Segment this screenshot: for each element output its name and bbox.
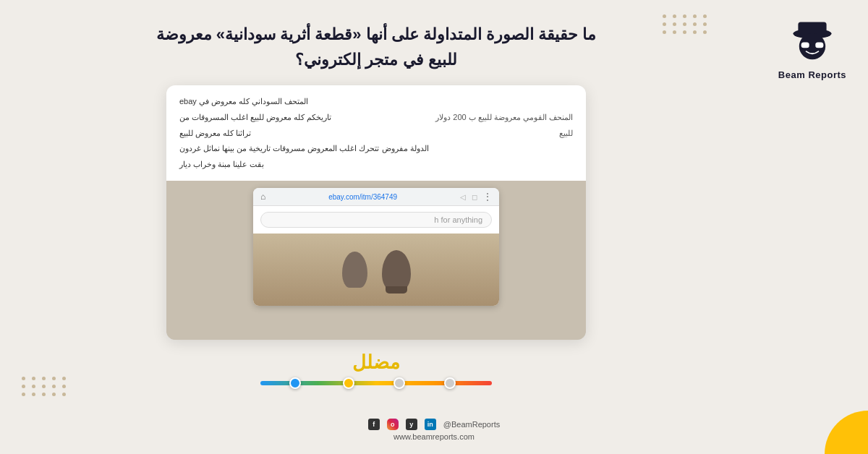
footer-website: www.beamreports.com bbox=[393, 432, 475, 441]
artifact-shape-1 bbox=[382, 250, 411, 290]
footer-area: f o y in @BeamReports www.beamreports.co… bbox=[0, 419, 868, 441]
rating-dot-4 bbox=[444, 377, 456, 389]
footer-social: f o y in @BeamReports bbox=[368, 419, 500, 430]
text-right-2: تاريخكم كله معروض للبيع اغلب المسروقات م… bbox=[179, 111, 331, 124]
twitter-icon[interactable]: y bbox=[406, 419, 417, 430]
logo-text: Beam Reports bbox=[778, 69, 846, 80]
artifact-shape-2 bbox=[342, 252, 367, 288]
article-image: ⋮ ◻ ◁ ebay.com/itm/364749 ⌂ h for anythi… bbox=[166, 181, 586, 340]
yellow-corner-accent bbox=[825, 411, 868, 454]
svg-rect-5 bbox=[809, 44, 815, 46]
logo-area: Beam Reports bbox=[778, 14, 846, 80]
text-row-3: للبيع تراثنا كله معروض للبيع bbox=[179, 127, 573, 140]
verdict-label: مضلل bbox=[352, 351, 400, 374]
logo-icon bbox=[787, 14, 838, 65]
svg-rect-4 bbox=[815, 43, 823, 48]
instagram-icon[interactable]: o bbox=[387, 419, 399, 430]
artifact-image bbox=[253, 234, 499, 306]
text-right-5: بقت علينا مبنة وخراب ديار bbox=[179, 158, 264, 171]
text-right-1: المتحف السوداني كله معروض في ebay bbox=[179, 95, 308, 108]
text-row-4: الدولة مفروض تتحرك اغلب المعروض مسروقات … bbox=[179, 142, 573, 155]
verdict-area: مضلل bbox=[260, 351, 492, 385]
text-left-2: المنحف القومي معروضة للبيع ب 200 دولار bbox=[435, 111, 573, 124]
svg-rect-1 bbox=[798, 22, 826, 35]
rating-bar-track bbox=[260, 381, 492, 385]
text-row-1: المتحف السوداني كله معروض في ebay bbox=[179, 95, 573, 108]
rating-dot-3 bbox=[393, 377, 405, 389]
linkedin-icon[interactable]: in bbox=[425, 419, 436, 430]
social-handle: @BeamReports bbox=[443, 420, 500, 429]
text-right-3: تراثنا كله معروض للبيع bbox=[179, 127, 251, 140]
ebay-screenshot: ⋮ ◻ ◁ ebay.com/itm/364749 ⌂ h for anythi… bbox=[253, 188, 499, 306]
text-row-5: بقت علينا مبنة وخراب ديار bbox=[179, 158, 573, 171]
main-content: ما حقيقة الصورة المتداولة على أنها «قطعة… bbox=[43, 22, 709, 385]
text-right-4: الدولة مفروض تتحرك اغلب المعروض مسروقات … bbox=[179, 142, 429, 155]
svg-rect-3 bbox=[801, 43, 809, 48]
facebook-icon[interactable]: f bbox=[368, 419, 380, 430]
rating-dot-2 bbox=[343, 377, 354, 389]
rating-bar bbox=[260, 381, 492, 385]
ebay-url: ebay.com/itm/364749 bbox=[271, 193, 454, 201]
ebay-search-bar: h for anything bbox=[253, 206, 499, 234]
text-left-3: للبيع bbox=[559, 127, 573, 140]
article-card: المتحف السوداني كله معروض في ebay المنحف… bbox=[166, 85, 586, 340]
rating-dot-1 bbox=[289, 377, 301, 389]
article-headline: ما حقيقة الصورة المتداولة على أنها «قطعة… bbox=[152, 22, 600, 72]
article-text-section: المتحف السوداني كله معروض في ebay المنحف… bbox=[166, 85, 586, 181]
text-row-2: المنحف القومي معروضة للبيع ب 200 دولار ت… bbox=[179, 111, 573, 124]
ebay-address-bar: ⋮ ◻ ◁ ebay.com/itm/364749 ⌂ bbox=[253, 188, 499, 206]
